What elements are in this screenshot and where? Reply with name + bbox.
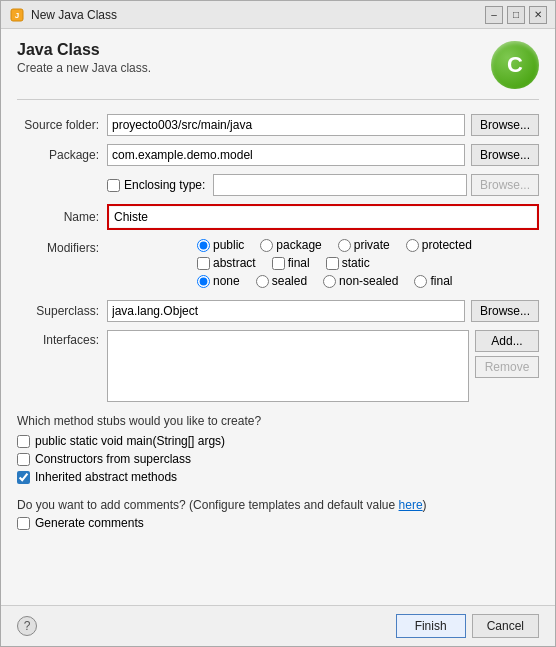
dialog-title: Java Class <box>17 41 491 59</box>
superclass-label: Superclass: <box>17 304 107 318</box>
name-input[interactable] <box>110 207 536 227</box>
svg-text:J: J <box>15 11 19 20</box>
modifier-sealed[interactable]: sealed <box>256 274 307 288</box>
comments-text: Do you want to add comments? (Configure … <box>17 498 395 512</box>
help-button[interactable]: ? <box>17 616 37 636</box>
close-button[interactable]: ✕ <box>529 6 547 24</box>
enclosing-type-browse[interactable]: Browse... <box>471 174 539 196</box>
stub-constructors: Constructors from superclass <box>17 452 539 466</box>
stubs-section: Which method stubs would you like to cre… <box>17 414 539 488</box>
name-input-wrapper <box>107 204 539 230</box>
interfaces-remove-button[interactable]: Remove <box>475 356 539 378</box>
interfaces-label: Interfaces: <box>17 330 107 347</box>
modifiers-label: Modifiers: <box>17 238 107 255</box>
superclass-controls: Browse... <box>107 300 539 322</box>
generate-comments-checkbox[interactable] <box>17 517 30 530</box>
package-row: Package: Browse... <box>17 144 539 166</box>
modifiers-section: public package private protected <box>197 238 539 292</box>
enclosing-type-input[interactable] <box>213 174 467 196</box>
interfaces-add-button[interactable]: Add... <box>475 330 539 352</box>
stub-main-checkbox[interactable] <box>17 435 30 448</box>
interfaces-buttons: Add... Remove <box>475 330 539 402</box>
enclosing-type-row: Enclosing type: Browse... <box>17 174 539 196</box>
stub-main: public static void main(String[] args) <box>17 434 539 448</box>
modifier-nonsealed[interactable]: non-sealed <box>323 274 398 288</box>
modifier-private[interactable]: private <box>338 238 390 252</box>
stub-main-label[interactable]: public static void main(String[] args) <box>35 434 225 448</box>
name-controls <box>107 204 539 230</box>
generate-comments-label[interactable]: Generate comments <box>35 516 144 530</box>
stub-constructors-label[interactable]: Constructors from superclass <box>35 452 191 466</box>
window-controls: – □ ✕ <box>485 6 547 24</box>
maximize-button[interactable]: □ <box>507 6 525 24</box>
enclosing-type-checkbox[interactable] <box>107 179 120 192</box>
header-text: Java Class Create a new Java class. <box>17 41 491 75</box>
modifier-package[interactable]: package <box>260 238 321 252</box>
enclosing-type-area: Enclosing type: Browse... <box>107 174 539 196</box>
dialog-content: Java Class Create a new Java class. C So… <box>1 29 555 605</box>
cancel-button[interactable]: Cancel <box>472 614 539 638</box>
source-folder-browse[interactable]: Browse... <box>471 114 539 136</box>
modifier-abstract[interactable]: abstract <box>197 256 256 270</box>
window-icon: J <box>9 7 25 23</box>
package-browse[interactable]: Browse... <box>471 144 539 166</box>
source-folder-controls: Browse... <box>107 114 539 136</box>
modifier-final-radio[interactable]: final <box>414 274 452 288</box>
name-label: Name: <box>17 210 107 224</box>
finish-button[interactable]: Finish <box>396 614 466 638</box>
interfaces-row: Interfaces: Add... Remove <box>17 330 539 402</box>
generate-comments-item: Generate comments <box>17 516 539 530</box>
stub-inherited-checkbox[interactable] <box>17 471 30 484</box>
stub-inherited-label[interactable]: Inherited abstract methods <box>35 470 177 484</box>
modifier-protected[interactable]: protected <box>406 238 472 252</box>
source-folder-label: Source folder: <box>17 118 107 132</box>
comments-section: Do you want to add comments? (Configure … <box>17 498 539 530</box>
superclass-input[interactable] <box>107 300 465 322</box>
modifier-static[interactable]: static <box>326 256 370 270</box>
modifiers-extra-row: abstract final static <box>197 256 539 270</box>
package-controls: Browse... <box>107 144 539 166</box>
modifier-public[interactable]: public <box>197 238 244 252</box>
interfaces-listbox[interactable] <box>107 330 469 402</box>
source-folder-input[interactable] <box>107 114 465 136</box>
modifiers-visibility-row: public package private protected <box>197 238 539 252</box>
stubs-title: Which method stubs would you like to cre… <box>17 414 539 428</box>
header-section: Java Class Create a new Java class. C <box>17 41 539 100</box>
java-icon: C <box>491 41 539 89</box>
modifiers-sealed-row: none sealed non-sealed final <box>197 274 539 288</box>
package-input[interactable] <box>107 144 465 166</box>
enclosing-type-label[interactable]: Enclosing type: <box>124 178 205 192</box>
modifier-final-check[interactable]: final <box>272 256 310 270</box>
modifier-none[interactable]: none <box>197 274 240 288</box>
dialog-window: J New Java Class – □ ✕ Java Class Create… <box>0 0 556 647</box>
name-row: Name: <box>17 204 539 230</box>
title-bar: J New Java Class – □ ✕ <box>1 1 555 29</box>
bottom-buttons: Finish Cancel <box>396 614 539 638</box>
comments-title: Do you want to add comments? (Configure … <box>17 498 539 512</box>
dialog-subtitle: Create a new Java class. <box>17 61 491 75</box>
minimize-button[interactable]: – <box>485 6 503 24</box>
source-folder-row: Source folder: Browse... <box>17 114 539 136</box>
stub-constructors-checkbox[interactable] <box>17 453 30 466</box>
superclass-browse[interactable]: Browse... <box>471 300 539 322</box>
package-label: Package: <box>17 148 107 162</box>
modifiers-row: Modifiers: public package private protec… <box>17 238 539 292</box>
comments-link[interactable]: here <box>399 498 423 512</box>
superclass-row: Superclass: Browse... <box>17 300 539 322</box>
interfaces-area: Add... Remove <box>107 330 539 402</box>
bottom-bar: ? Finish Cancel <box>1 605 555 646</box>
window-title: New Java Class <box>31 8 485 22</box>
stub-inherited: Inherited abstract methods <box>17 470 539 484</box>
